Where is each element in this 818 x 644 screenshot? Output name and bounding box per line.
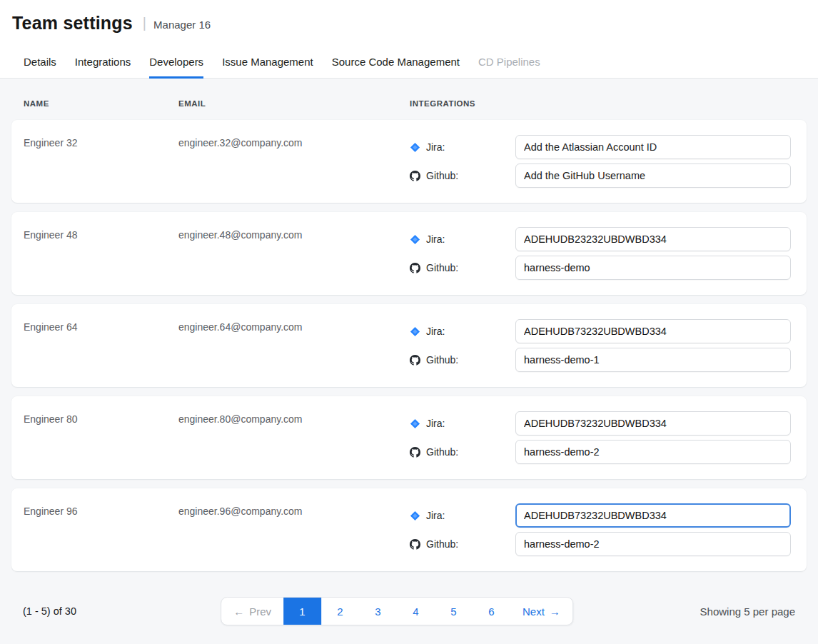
github-integration-row: Github: (410, 256, 794, 280)
developer-row: Engineer 32 engineer.32@company.com Jira… (11, 120, 807, 203)
per-page-text: Showing 5 per page (700, 605, 795, 618)
jira-label-wrap: Jira: (410, 141, 515, 153)
developer-email: engineer.48@company.com (178, 227, 410, 241)
jira-label: Jira: (426, 510, 445, 521)
page-button-6[interactable]: 6 (473, 598, 510, 625)
github-label: Github: (426, 262, 458, 273)
github-icon (410, 171, 420, 181)
column-header-name: NAME (24, 99, 178, 108)
github-username-input[interactable] (515, 348, 791, 372)
jira-label-wrap: Jira: (410, 326, 515, 337)
jira-icon (410, 326, 420, 337)
jira-integration-row: Jira: (410, 227, 794, 251)
github-username-input[interactable] (515, 163, 791, 188)
team-name: Manager 16 (153, 16, 211, 31)
developer-row: Engineer 80 engineer.80@company.com Jira… (11, 396, 807, 479)
developer-email: engineer.80@company.com (178, 411, 410, 425)
jira-account-input[interactable] (515, 503, 791, 528)
developer-email: engineer.64@company.com (178, 319, 410, 333)
jira-label: Jira: (426, 418, 445, 429)
developer-name: Engineer 32 (24, 135, 178, 149)
github-label-wrap: Github: (410, 354, 515, 366)
developer-name: Engineer 80 (24, 411, 178, 425)
jira-account-input[interactable] (515, 319, 791, 343)
jira-integration-row: Jira: (410, 503, 794, 528)
jira-label: Jira: (426, 233, 445, 245)
tab-issue-management[interactable]: Issue Management (222, 45, 313, 79)
column-header-email: EMAIL (178, 99, 410, 108)
github-label-wrap: Github: (410, 446, 515, 458)
integrations-cell: Jira: Github: (410, 227, 794, 280)
developer-email: engineer.96@company.com (178, 503, 410, 517)
jira-icon (410, 418, 420, 429)
integrations-cell: Jira: Github: (410, 319, 794, 372)
tab-developers[interactable]: Developers (149, 45, 203, 79)
next-page-button[interactable]: Next → (510, 598, 572, 625)
github-label: Github: (426, 354, 458, 366)
page-button-5[interactable]: 5 (435, 598, 473, 625)
github-label-wrap: Github: (410, 262, 515, 273)
integrations-cell: Jira: Github: (410, 411, 794, 464)
jira-account-input[interactable] (515, 411, 791, 436)
table-header: NAME EMAIL INTEGRATIONS (11, 79, 807, 120)
github-label: Github: (426, 446, 458, 458)
developers-panel: NAME EMAIL INTEGRATIONS Engineer 32 engi… (0, 79, 818, 632)
github-icon (410, 447, 420, 458)
github-username-input[interactable] (515, 532, 791, 556)
developer-email: engineer.32@company.com (178, 135, 410, 149)
page-button-1[interactable]: 1 (283, 598, 321, 625)
tab-integrations[interactable]: Integrations (75, 45, 131, 79)
jira-integration-row: Jira: (410, 319, 794, 343)
prev-page-button[interactable]: ← Prev (221, 598, 283, 625)
github-username-input[interactable] (515, 256, 791, 280)
github-integration-row: Github: (410, 532, 794, 556)
tab-details[interactable]: Details (24, 45, 56, 79)
column-header-integrations: INTEGRATIONS (410, 99, 794, 108)
jira-account-input[interactable] (515, 227, 791, 251)
jira-icon (410, 510, 420, 521)
github-integration-row: Github: (410, 163, 794, 188)
tab-source-code-management[interactable]: Source Code Management (332, 45, 460, 79)
jira-account-input[interactable] (515, 135, 791, 159)
jira-label-wrap: Jira: (410, 418, 515, 429)
developer-list: Engineer 32 engineer.32@company.com Jira… (11, 120, 807, 571)
jira-icon (410, 142, 420, 153)
right-arrow-icon: → (550, 605, 560, 618)
github-icon (410, 263, 420, 273)
github-username-input[interactable] (515, 440, 791, 464)
github-integration-row: Github: (410, 440, 794, 464)
jira-label-wrap: Jira: (410, 510, 515, 521)
integrations-cell: Jira: Github: (410, 135, 794, 188)
next-label: Next (522, 605, 545, 618)
tab-cd-pipelines: CD Pipelines (478, 45, 540, 79)
page-button-4[interactable]: 4 (397, 598, 435, 625)
page-button-2[interactable]: 2 (321, 598, 359, 625)
prev-label: Prev (249, 605, 271, 618)
page-title: Team settings (12, 13, 133, 34)
developer-row: Engineer 64 engineer.64@company.com Jira… (11, 304, 807, 387)
github-icon (410, 355, 420, 366)
pagination-bar: (1 - 5) of 30 ← Prev 1 2 3 4 5 6 Next → … (11, 580, 807, 632)
title-separator: | (143, 15, 146, 31)
github-icon (410, 539, 420, 550)
developer-name: Engineer 96 (24, 503, 178, 517)
developer-row: Engineer 96 engineer.96@company.com Jira… (11, 488, 807, 571)
github-label-wrap: Github: (410, 170, 515, 181)
pager: ← Prev 1 2 3 4 5 6 Next → (221, 597, 573, 625)
github-label: Github: (426, 538, 458, 550)
github-label-wrap: Github: (410, 538, 515, 550)
jira-label: Jira: (426, 326, 445, 337)
developer-row: Engineer 48 engineer.48@company.com Jira… (11, 212, 807, 295)
jira-label-wrap: Jira: (410, 233, 515, 245)
jira-integration-row: Jira: (410, 411, 794, 436)
jira-icon (410, 234, 420, 245)
jira-label: Jira: (426, 141, 445, 153)
developer-name: Engineer 64 (24, 319, 178, 333)
github-label: Github: (426, 170, 458, 181)
github-integration-row: Github: (410, 348, 794, 372)
page-header: Team settings | Manager 16 (0, 0, 818, 45)
pagination-range: (1 - 5) of 30 (23, 605, 76, 617)
left-arrow-icon: ← (233, 605, 244, 618)
page-button-3[interactable]: 3 (359, 598, 397, 625)
jira-integration-row: Jira: (410, 135, 794, 159)
